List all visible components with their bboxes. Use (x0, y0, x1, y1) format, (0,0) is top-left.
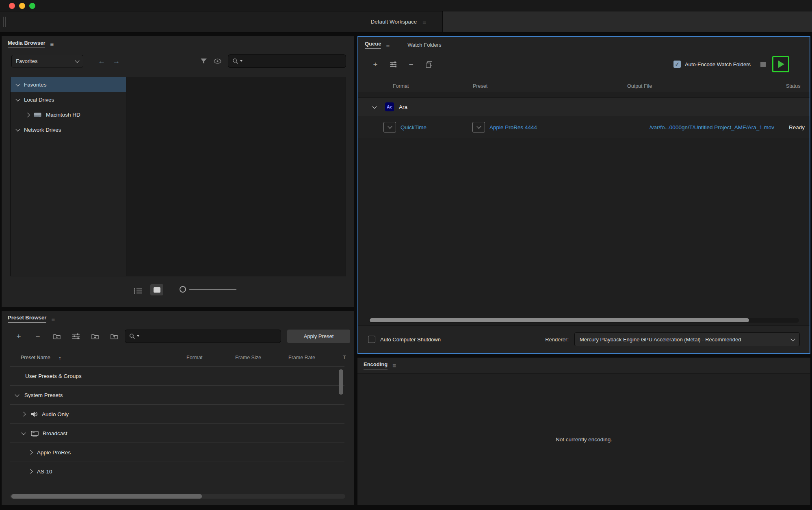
fullscreen-button[interactable] (29, 3, 35, 9)
encoding-menu-icon[interactable]: ≡ (392, 362, 396, 369)
source-name: Ara (399, 104, 407, 110)
preset-row-label: Apple ProRes (37, 449, 71, 456)
remove-button[interactable]: − (408, 61, 414, 68)
chevron-down-icon[interactable] (21, 430, 26, 435)
zoom-slider-handle[interactable] (180, 286, 186, 293)
media-search-input[interactable] (244, 58, 342, 64)
preset-vertical-scrollbar[interactable] (339, 369, 343, 395)
preset-search-box[interactable] (125, 330, 281, 343)
queue-menu-icon[interactable]: ≡ (386, 42, 390, 48)
workspace-menu-icon[interactable]: ≡ (422, 19, 426, 25)
duplicate-button[interactable] (426, 61, 432, 68)
column-frame-rate[interactable]: Frame Rate (288, 355, 315, 360)
column-frame-size[interactable]: Frame Size (235, 355, 261, 360)
tree-item-network-drives[interactable]: Network Drives (11, 122, 126, 137)
search-scope-chevron-icon[interactable] (240, 60, 243, 62)
location-dropdown-value: Favorites (16, 58, 37, 64)
media-browser-title[interactable]: Media Browser (8, 40, 45, 48)
scrollbar-thumb[interactable] (11, 494, 202, 499)
chevron-down-icon[interactable] (15, 392, 19, 397)
delete-preset-button[interactable]: − (34, 332, 41, 340)
auto-shutdown-checkbox[interactable] (368, 336, 375, 343)
apply-preset-label: Apply Preset (304, 333, 334, 339)
sort-ascending-icon[interactable]: ↑ (58, 355, 61, 361)
chevron-down-icon (75, 58, 79, 63)
add-source-button[interactable]: + (372, 61, 379, 68)
panel-grip-icon[interactable] (3, 17, 6, 27)
import-preset-button[interactable] (91, 333, 99, 339)
tree-item-macintosh-hd[interactable]: Macintosh HD (11, 107, 126, 122)
close-button[interactable] (9, 3, 15, 9)
output-file-link[interactable]: /var/fo...0000gn/T/Untitled Project_AME/… (650, 124, 774, 130)
preset-row-broadcast[interactable]: Broadcast (10, 424, 344, 443)
preset-dropdown-button[interactable] (472, 122, 485, 132)
chevron-right-icon[interactable] (28, 450, 32, 454)
add-output-button[interactable] (390, 61, 396, 67)
chevron-right-icon[interactable] (28, 469, 32, 473)
tree-item-local-drives[interactable]: Local Drives (11, 92, 126, 107)
forward-arrow-button[interactable]: → (113, 57, 120, 65)
duplicate-icon (426, 61, 432, 68)
new-group-button[interactable] (53, 333, 61, 339)
chevron-down-icon (790, 336, 795, 341)
chevron-down-icon[interactable] (15, 82, 20, 86)
start-queue-play-icon[interactable] (778, 61, 784, 68)
preset-row-as10[interactable]: AS-10 (10, 462, 344, 481)
zoom-slider-track[interactable] (189, 289, 236, 290)
tab-queue[interactable]: Queue (365, 41, 381, 49)
chevron-right-icon[interactable] (25, 113, 30, 117)
encoding-title[interactable]: Encoding (364, 361, 388, 369)
preset-browser-title[interactable]: Preset Browser (8, 315, 46, 323)
preset-row-label: AS-10 (37, 469, 52, 475)
column-preset-name[interactable]: Preset Name (21, 355, 50, 360)
apply-preset-button[interactable]: Apply Preset (287, 330, 350, 343)
preset-browser-menu-icon[interactable]: ≡ (51, 316, 55, 322)
preset-search-input[interactable] (141, 333, 277, 339)
auto-encode-label: Auto-Encode Watch Folders (685, 61, 751, 67)
queue-item-row[interactable]: QuickTime Apple ProRes 4444 /var/fo...00… (358, 116, 810, 138)
column-target[interactable]: T (343, 355, 346, 360)
filter-icon[interactable] (200, 58, 207, 64)
chevron-down-icon[interactable] (15, 97, 20, 101)
encoding-status-text: Not currently encoding. (556, 436, 612, 443)
list-view-icon[interactable] (134, 288, 143, 294)
scrollbar-thumb[interactable] (370, 318, 749, 322)
format-dropdown-button[interactable] (383, 122, 396, 132)
chevron-right-icon[interactable] (21, 412, 26, 416)
export-preset-button[interactable] (110, 333, 118, 339)
tv-icon (31, 430, 39, 436)
format-link[interactable]: QuickTime (401, 124, 427, 130)
queue-group-row[interactable]: Ae Ara (358, 98, 810, 116)
column-format[interactable]: Format (186, 355, 203, 360)
renderer-dropdown[interactable]: Mercury Playback Engine GPU Acceleration… (574, 332, 800, 346)
preset-column-headers: Preset Name ↑ Format Frame Size Frame Ra… (2, 351, 354, 366)
preset-horizontal-scrollbar[interactable] (10, 494, 345, 499)
minimize-button[interactable] (19, 3, 25, 9)
column-format: Format (393, 83, 409, 89)
preset-row-audio-only[interactable]: Audio Only (10, 405, 344, 424)
folder-import-icon (91, 333, 99, 339)
preset-settings-button[interactable] (72, 333, 80, 339)
chevron-down-icon[interactable] (15, 127, 20, 131)
queue-horizontal-scrollbar[interactable] (369, 318, 799, 323)
media-browser-tree: Favorites Local Drives Macintosh HD Netw… (11, 77, 126, 276)
tab-watch-folders[interactable]: Watch Folders (407, 42, 441, 48)
preset-row-apple-prores[interactable]: Apple ProRes (10, 443, 344, 462)
preset-row-user-presets[interactable]: User Presets & Groups (10, 367, 344, 386)
location-dropdown[interactable]: Favorites (11, 55, 83, 67)
tree-item-favorites[interactable]: Favorites (11, 77, 126, 92)
search-scope-chevron-icon[interactable] (137, 335, 139, 337)
media-search-box[interactable] (228, 54, 346, 68)
preset-link[interactable]: Apple ProRes 4444 (489, 124, 537, 130)
new-preset-button[interactable]: + (15, 332, 22, 340)
workspace-tab[interactable]: Default Workspace ≡ (0, 11, 443, 32)
auto-encode-checkbox[interactable]: ✓ (673, 61, 681, 68)
chevron-down-icon[interactable] (372, 104, 377, 109)
media-browser-menu-icon[interactable]: ≡ (50, 41, 54, 47)
thumbnail-view-button[interactable] (150, 284, 163, 295)
eye-icon[interactable] (214, 59, 221, 64)
back-arrow-button[interactable]: ← (98, 57, 105, 65)
stop-queue-icon[interactable] (760, 62, 766, 67)
preset-row-system-presets[interactable]: System Presets (10, 386, 344, 405)
main-area: Media Browser ≡ Favorites ← → (0, 33, 812, 510)
